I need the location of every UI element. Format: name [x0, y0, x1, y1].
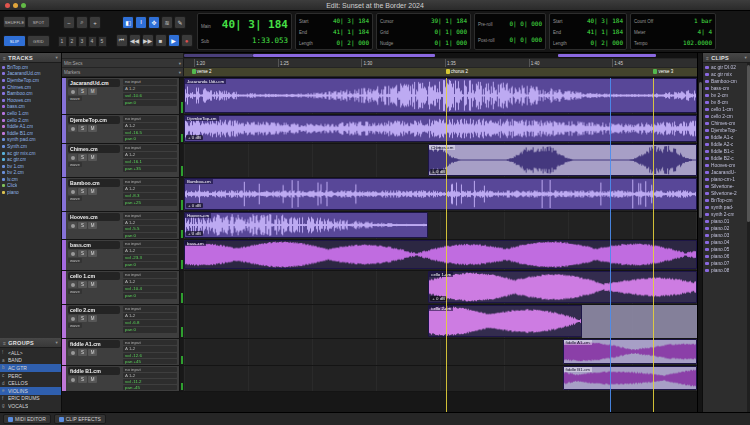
mode-slip-button[interactable]: SLIP [3, 35, 26, 47]
track-list-item[interactable]: Click [0, 183, 61, 190]
audio-clip[interactable]: Hooves-cm+ 0 dB [184, 212, 428, 238]
track-list-item[interactable]: bv 1.cm [0, 163, 61, 170]
clip-list-item[interactable]: piano.08 [703, 267, 750, 274]
track-lane[interactable]: bass-cm [184, 240, 697, 271]
track-lane[interactable]: Bamboo-cm+ 0 dB [184, 178, 697, 212]
track-list-item[interactable]: synth pad.cm [0, 137, 61, 144]
transport-selection-value[interactable]: 0| 2| 000 [590, 39, 623, 46]
record-enable-button[interactable] [68, 281, 77, 288]
input-selector[interactable]: no input [123, 116, 177, 122]
mute-button[interactable]: M [88, 188, 97, 195]
trim-tool-button[interactable]: ◧ [122, 16, 134, 29]
track-header[interactable]: Chimes.cmSMwaveno inputA 1-2vol -16.1pan… [62, 144, 184, 178]
track-name-button[interactable]: fiddle A1.cm [68, 340, 120, 348]
timebase-ruler[interactable]: 1:201:251:301:351:401:45 [184, 59, 697, 68]
track-name-button[interactable]: Hooves.cm [68, 213, 120, 221]
zoom-preset-1-button[interactable]: 1 [58, 36, 67, 47]
clip-list-item[interactable]: piano.04 [703, 239, 750, 246]
track-list-item[interactable]: DjembeTop.cm [0, 77, 61, 84]
volume-display[interactable]: vol -8.3 [123, 193, 177, 199]
clip-list-item[interactable]: synth 2-cm [703, 211, 750, 218]
group-list-item[interactable]: dCELLOS [0, 379, 61, 387]
track-lane[interactable]: Jacaranda Udu-cm [184, 78, 697, 115]
sub-counter-value[interactable]: 1:33.053 [252, 36, 288, 45]
record-enable-button[interactable] [68, 125, 77, 132]
clip-list-item[interactable]: ac gtr DI.02 [703, 64, 750, 71]
audio-clip[interactable]: Jacaranda Udu-cm [184, 78, 697, 113]
audio-clip[interactable]: cello 1-cm+ 0 dB [428, 271, 697, 303]
clip-list-item[interactable]: Hooves-cm [703, 162, 750, 169]
selector-tool-button[interactable]: I [135, 16, 147, 29]
track-name-button[interactable]: cello 1.cm [68, 272, 120, 280]
pan-display[interactable]: pan +25 [123, 200, 177, 206]
transport-selection-value[interactable]: 41| 1| 184 [587, 28, 623, 35]
session-value[interactable]: 1 bar [694, 17, 712, 24]
record-enable-button[interactable] [68, 188, 77, 195]
input-selector[interactable]: no input [123, 367, 177, 372]
track-header[interactable]: JacarandUd.cmSMwaveno inputA 1-2vol -10.… [62, 78, 184, 115]
output-selector[interactable]: A 1-2 [123, 123, 177, 129]
vertical-scrollbar-thumb[interactable] [699, 82, 702, 218]
tab-midi-editor[interactable]: MIDI EDITOR [3, 414, 51, 424]
output-selector[interactable]: A 1-2 [123, 346, 177, 351]
track-header[interactable]: fiddle B1.cmSMno inputA 1-2vol -11.2pan … [62, 366, 184, 392]
record-enable-button[interactable] [68, 250, 77, 257]
input-selector[interactable]: no input [123, 145, 177, 151]
grid-value[interactable]: 0| 1| 000 [434, 28, 467, 35]
input-selector[interactable]: no input [123, 272, 177, 278]
volume-display[interactable]: vol -16.5 [123, 130, 177, 136]
pan-display[interactable]: pan +35 [123, 166, 177, 172]
record-enable-button[interactable] [68, 222, 77, 229]
solo-button[interactable]: S [78, 315, 87, 322]
clip-list-item[interactable]: Chimes-cm [703, 120, 750, 127]
track-list-item[interactable]: Synth.cm [0, 143, 61, 150]
selection-start-value[interactable]: 40| 3| 184 [333, 17, 369, 24]
clip-list-item[interactable]: DjembeTop- [703, 127, 750, 134]
timeline-marker[interactable]: verse 3 [653, 69, 673, 74]
pan-display[interactable]: pan 0 [123, 293, 177, 299]
output-selector[interactable]: A 1-2 [123, 248, 177, 254]
clip-list-item[interactable]: piano.03 [703, 232, 750, 239]
clip-list-item[interactable]: piano.07 [703, 260, 750, 267]
mute-button[interactable]: M [88, 250, 97, 257]
volume-display[interactable]: vol -12.6 [123, 353, 177, 358]
pan-display[interactable]: pan -45 [123, 385, 177, 390]
audio-clip[interactable]: Chimes-cm+ 0 dB [428, 144, 697, 176]
volume-display[interactable]: vol -10.6 [123, 93, 177, 99]
track-list-item[interactable]: fiddle B1.cm [0, 130, 61, 137]
input-selector[interactable]: no input [123, 340, 177, 345]
clip-list-item[interactable]: synth pad- [703, 204, 750, 211]
clip-list-item[interactable]: bass-cm [703, 85, 750, 92]
track-list-item[interactable]: cello 1.cm [0, 110, 61, 117]
output-selector[interactable]: A 1-2 [123, 152, 177, 158]
record-enable-button[interactable] [68, 349, 77, 356]
output-selector[interactable]: A 1-2 [123, 279, 177, 285]
track-header[interactable]: cello 2.cmSMwaveno inputA 1-2vol -6.8pan… [62, 305, 184, 339]
session-value[interactable]: 4| 4 [698, 28, 712, 35]
track-view-selector[interactable]: wave [68, 162, 82, 167]
tab-clip-effects[interactable]: CLIP EFFECTS [54, 414, 106, 424]
transport-selection-value[interactable]: 40| 3| 184 [587, 17, 623, 24]
audio-clip[interactable]: fiddle A1-cm [563, 339, 697, 364]
mode-spot-button[interactable]: SPOT [27, 16, 50, 28]
track-header[interactable]: cello 1.cmSMwaveno inputA 1-2vol -10.4pa… [62, 271, 184, 305]
mute-button[interactable]: M [88, 154, 97, 161]
volume-display[interactable]: vol -23.3 [123, 255, 177, 261]
clip-list-item[interactable]: ac gtr mix [703, 71, 750, 78]
mute-button[interactable]: M [88, 88, 97, 95]
roll-value[interactable]: 0| 0| 000 [509, 36, 542, 43]
close-button[interactable] [5, 3, 10, 8]
input-selector[interactable]: no input [123, 79, 177, 85]
clip-list-item[interactable]: fiddle B1-c [703, 148, 750, 155]
play-button[interactable]: ▶ [168, 34, 180, 47]
return-to-start-button[interactable]: ⏮ [116, 34, 128, 47]
track-lane[interactable]: cello 1-cm+ 0 dB [184, 271, 697, 305]
audio-clip[interactable]: fiddle B1-cm [563, 366, 697, 390]
track-view-selector[interactable]: wave [68, 96, 82, 101]
roll-value[interactable]: 0| 0| 000 [509, 20, 542, 27]
clip-list-item[interactable]: piano.06 [703, 253, 750, 260]
chevron-down-icon[interactable]: ▾ [744, 55, 747, 60]
stop-button[interactable]: ■ [155, 34, 167, 47]
track-list-item[interactable]: Chimes.cm [0, 84, 61, 91]
mute-button[interactable]: M [88, 281, 97, 288]
